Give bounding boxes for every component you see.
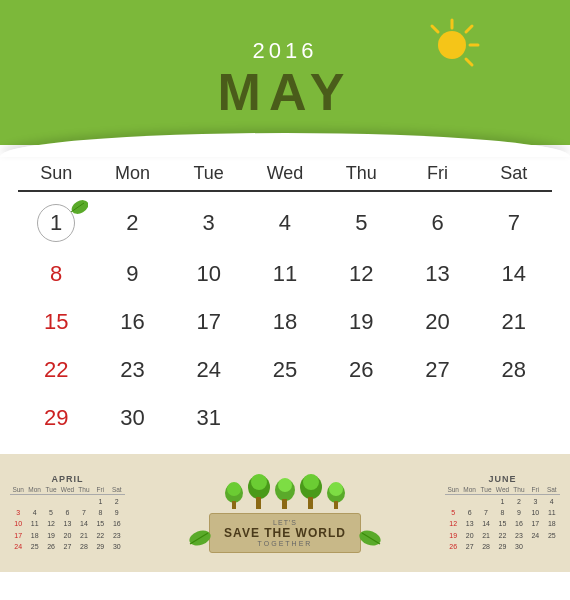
day-15[interactable]: 15 [18, 298, 94, 346]
day-17[interactable]: 17 [171, 298, 247, 346]
svg-point-9 [227, 482, 241, 496]
day-2[interactable]: 2 [94, 196, 170, 250]
april-grid: 12 3456789 10111213141516 17181920212223… [10, 496, 125, 552]
day-22[interactable]: 22 [18, 346, 94, 394]
day-headers-row: Sun Mon Tue Wed Thu Fri Sat [18, 163, 552, 192]
day-10[interactable]: 10 [171, 250, 247, 298]
day-5[interactable]: 5 [323, 196, 399, 250]
save-world-banner: LET'S SAVE THE WORLD TOGETHER [209, 513, 361, 553]
day-26[interactable]: 26 [323, 346, 399, 394]
day-9[interactable]: 9 [94, 250, 170, 298]
april-headers: SunMonTueWedThuFriSat [10, 486, 125, 495]
day-header-wed: Wed [247, 163, 323, 184]
leaf-icon [66, 198, 88, 216]
april-mini-calendar: APRIL SunMonTueWedThuFriSat 12 3456789 1… [10, 474, 125, 552]
day-29[interactable]: 29 [18, 394, 94, 442]
tree-1 [224, 481, 244, 509]
day-header-mon: Mon [94, 163, 170, 184]
left-leaf-icon [188, 528, 212, 548]
svg-point-12 [251, 474, 267, 490]
footer-section: APRIL SunMonTueWedThuFriSat 12 3456789 1… [0, 454, 570, 572]
day-header-fri: Fri [399, 163, 475, 184]
day-23[interactable]: 23 [94, 346, 170, 394]
svg-point-5 [438, 31, 466, 59]
center-decoration: LET'S SAVE THE WORLD TOGETHER [125, 473, 445, 553]
day-24[interactable]: 24 [171, 346, 247, 394]
june-mini-calendar: JUNE SunMonTueWedThuFriSat 1234 56789101… [445, 474, 560, 552]
banner-main: SAVE THE WORLD [224, 526, 346, 540]
tree-3 [274, 477, 296, 509]
day-30[interactable]: 30 [94, 394, 170, 442]
tree-4 [299, 473, 323, 509]
banner-top: LET'S [224, 519, 346, 526]
day-14[interactable]: 14 [476, 250, 552, 298]
day-empty-3 [399, 394, 475, 442]
calendar-grid: Sun Mon Tue Wed Thu Fri Sat 1 2 3 4 5 6 … [0, 145, 570, 450]
svg-rect-10 [232, 501, 236, 509]
day-16[interactable]: 16 [94, 298, 170, 346]
day-3[interactable]: 3 [171, 196, 247, 250]
day-31[interactable]: 31 [171, 394, 247, 442]
day-header-tue: Tue [171, 163, 247, 184]
sun-icon [425, 18, 475, 68]
day-1[interactable]: 1 [18, 196, 94, 250]
trees-decoration [224, 473, 346, 509]
svg-rect-13 [256, 497, 261, 509]
june-grid: 1234 567891011 12131415161718 1920212223… [445, 496, 560, 552]
day-6[interactable]: 6 [399, 196, 475, 250]
day-header-sat: Sat [476, 163, 552, 184]
day-header-thu: Thu [323, 163, 399, 184]
day-empty-2 [323, 394, 399, 442]
svg-rect-19 [308, 497, 313, 509]
day-4[interactable]: 4 [247, 196, 323, 250]
calendar-header: 2016 MAY [0, 0, 570, 145]
june-headers: SunMonTueWedThuFriSat [445, 486, 560, 495]
svg-line-1 [466, 26, 472, 32]
svg-point-18 [303, 474, 319, 490]
svg-line-4 [432, 26, 438, 32]
april-title: APRIL [10, 474, 125, 484]
tree-2 [247, 473, 271, 509]
day-20[interactable]: 20 [399, 298, 475, 346]
day-empty-4 [476, 394, 552, 442]
day-25[interactable]: 25 [247, 346, 323, 394]
day-28[interactable]: 28 [476, 346, 552, 394]
day-11[interactable]: 11 [247, 250, 323, 298]
day-13[interactable]: 13 [399, 250, 475, 298]
svg-point-15 [278, 478, 292, 492]
calendar-days: 1 2 3 4 5 6 7 8 9 10 11 12 13 14 15 16 1… [18, 196, 552, 442]
day-7[interactable]: 7 [476, 196, 552, 250]
svg-line-3 [466, 59, 472, 65]
year-label: 2016 [253, 38, 318, 64]
banner-sub: TOGETHER [224, 540, 346, 547]
svg-rect-22 [334, 501, 338, 509]
tree-5 [326, 481, 346, 509]
month-label: MAY [218, 66, 353, 118]
day-27[interactable]: 27 [399, 346, 475, 394]
day-8[interactable]: 8 [18, 250, 94, 298]
day-header-sun: Sun [18, 163, 94, 184]
june-title: JUNE [445, 474, 560, 484]
day-18[interactable]: 18 [247, 298, 323, 346]
day-21[interactable]: 21 [476, 298, 552, 346]
right-leaf-icon [358, 528, 382, 548]
svg-rect-16 [282, 499, 287, 509]
day-12[interactable]: 12 [323, 250, 399, 298]
day-empty-1 [247, 394, 323, 442]
svg-point-21 [329, 482, 343, 496]
day-19[interactable]: 19 [323, 298, 399, 346]
